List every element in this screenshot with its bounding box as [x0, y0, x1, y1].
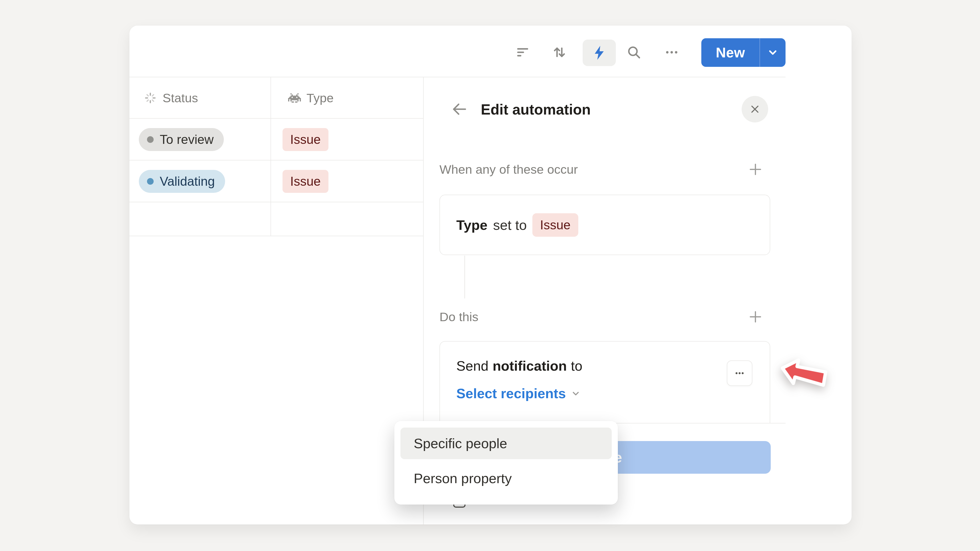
plus-icon	[747, 309, 764, 325]
action-bold: notification	[493, 358, 567, 374]
left-arrow-icon	[776, 349, 832, 398]
arrow-left-icon	[450, 100, 468, 118]
column-divider-status-type	[270, 77, 271, 236]
filter-button[interactable]	[514, 44, 532, 60]
more-options-button[interactable]	[662, 44, 681, 60]
action-card-more-button[interactable]	[727, 360, 752, 386]
toolbar-divider	[129, 77, 786, 77]
trigger-property: Type	[456, 217, 487, 233]
row-border-3	[129, 236, 423, 236]
table-row-1-type-cell[interactable]: Issue	[283, 128, 328, 151]
search-button[interactable]	[625, 44, 643, 60]
filter-icon	[514, 44, 531, 60]
sort-icon	[551, 44, 568, 60]
column-header-type[interactable]: Type	[288, 90, 334, 106]
annotation-arrow	[776, 349, 832, 398]
close-icon	[749, 103, 760, 115]
ellipsis-icon	[733, 367, 746, 380]
plus-icon	[747, 161, 764, 178]
bug-invader-icon	[288, 93, 301, 103]
column-header-status-label: Status	[162, 91, 198, 105]
status-pill-label: Validating	[160, 174, 215, 189]
ellipsis-icon	[663, 44, 680, 60]
chevron-down-icon	[570, 387, 582, 399]
new-dropdown-button[interactable]	[760, 38, 786, 67]
type-tag-issue: Issue	[283, 170, 328, 193]
trigger-value-tag: Issue	[532, 213, 578, 237]
table-row-2-type-cell[interactable]: Issue	[283, 170, 328, 193]
new-button[interactable]: New	[701, 38, 759, 67]
page-background: { "toolbar": { "new_label": "New", "icon…	[0, 0, 980, 551]
new-button-group: New	[701, 38, 786, 67]
table-row-1-status-cell[interactable]: To review	[139, 128, 224, 151]
column-header-type-label: Type	[307, 91, 334, 105]
menu-item-person-property[interactable]: Person property	[401, 459, 612, 497]
status-dot	[147, 136, 154, 143]
action-suffix: to	[571, 358, 582, 374]
trigger-card[interactable]: Type set to Issue	[439, 195, 770, 255]
status-pill-label: To review	[160, 132, 213, 147]
status-pill-to-review: To review	[139, 128, 224, 151]
panel-title: Edit automation	[481, 101, 591, 118]
chevron-down-icon	[766, 46, 780, 59]
action-card[interactable]: Send notification to Select recipients	[439, 341, 770, 424]
trigger-middle-text: set to	[493, 217, 527, 233]
table-row-2-status-cell[interactable]: Validating	[139, 170, 225, 193]
row-border-2	[129, 202, 423, 202]
menu-item-specific-people[interactable]: Specific people	[401, 427, 612, 459]
status-dot	[147, 178, 154, 185]
row-border-1	[129, 160, 423, 160]
select-recipients-label: Select recipients	[456, 386, 566, 401]
add-trigger-button[interactable]	[746, 160, 765, 179]
type-tag-issue: Issue	[283, 128, 328, 151]
status-pill-validating: Validating	[139, 170, 225, 193]
action-card-text: Send notification to	[440, 341, 770, 374]
action-prefix: Send	[456, 358, 488, 374]
header-row-border	[129, 118, 423, 119]
add-action-button[interactable]	[746, 308, 765, 326]
column-header-status[interactable]: Status	[144, 90, 198, 106]
app-window: New Status	[129, 25, 852, 524]
action-section-label: Do this	[439, 309, 479, 325]
search-icon	[626, 44, 642, 60]
recipients-dropdown-menu: Specific people Person property	[394, 421, 618, 505]
lightning-bolt-icon	[591, 44, 608, 61]
trigger-card-text: Type set to Issue	[440, 195, 770, 254]
new-button-label: New	[716, 44, 745, 61]
select-recipients-dropdown[interactable]: Select recipients	[456, 386, 770, 401]
trigger-section-label: When any of these occur	[439, 161, 578, 178]
sort-button[interactable]	[550, 44, 569, 60]
automations-button[interactable]	[583, 40, 616, 66]
back-button[interactable]	[449, 100, 470, 118]
close-panel-button[interactable]	[741, 96, 768, 122]
flow-connector-line	[465, 256, 465, 299]
status-property-icon	[144, 91, 157, 105]
